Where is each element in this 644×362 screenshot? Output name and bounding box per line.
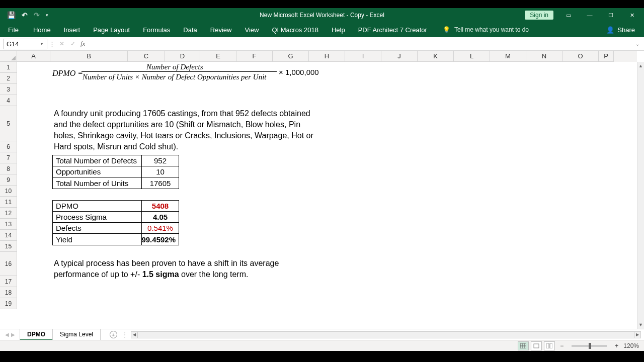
paragraph-1: A foundry unit producing 17605 castings,…: [54, 108, 320, 152]
row-header[interactable]: 13: [0, 219, 17, 230]
tab-formulas[interactable]: Formulas: [136, 22, 177, 37]
row-header[interactable]: 10: [0, 186, 17, 197]
fx-icon[interactable]: fx: [78, 40, 87, 48]
column-header[interactable]: K: [418, 51, 454, 62]
zoom-out-button[interactable]: −: [557, 342, 567, 349]
tab-home[interactable]: Home: [27, 22, 57, 37]
row-header[interactable]: 5: [0, 106, 17, 141]
horizontal-scrollbar[interactable]: [138, 331, 634, 338]
tab-page-layout[interactable]: Page Layout: [87, 22, 136, 37]
zoom-in-button[interactable]: +: [612, 342, 621, 349]
column-header[interactable]: M: [490, 51, 526, 62]
share-icon: 👤: [606, 26, 614, 34]
sign-in-button[interactable]: Sign in: [525, 11, 553, 20]
tab-pdf-architect[interactable]: PDF Architect 7 Creator: [352, 22, 434, 37]
row-header[interactable]: 3: [0, 84, 17, 95]
formula-numerator: Number of Defects: [146, 63, 203, 71]
column-header[interactable]: C: [128, 51, 165, 62]
name-box[interactable]: G14 ▼: [3, 39, 47, 49]
sheet-tab-dpmo[interactable]: DPMO: [20, 329, 53, 340]
chevron-down-icon[interactable]: ▼: [40, 42, 44, 46]
column-header[interactable]: H: [309, 51, 345, 62]
vertical-scrollbar[interactable]: ▲ ▼: [637, 62, 644, 329]
column-header[interactable]: D: [165, 51, 200, 62]
table-cell-defects: 0.541%: [142, 223, 179, 233]
normal-view-button[interactable]: [518, 341, 529, 350]
row-header[interactable]: 16: [0, 252, 17, 276]
close-button[interactable]: ✕: [622, 8, 642, 22]
row-header[interactable]: 15: [0, 241, 17, 252]
paragraph-2: A typical process has been proven to hav…: [54, 258, 318, 280]
table-cell: Yield: [53, 234, 142, 245]
sheet-tab-sigma-level[interactable]: Sigma Level: [52, 329, 101, 340]
row-header[interactable]: 8: [0, 163, 17, 174]
sheet-nav-next-icon[interactable]: ▶: [11, 332, 15, 337]
column-header[interactable]: A: [17, 51, 50, 62]
spreadsheet-grid[interactable]: ABCDEFGHIJKLMNOP 12345678910111213141516…: [0, 51, 644, 329]
svg-rect-6: [550, 343, 552, 348]
fraction-line: [82, 71, 277, 72]
row-header[interactable]: 19: [0, 298, 17, 309]
tab-help[interactable]: Help: [325, 22, 352, 37]
share-button[interactable]: 👤 Share: [606, 26, 644, 34]
scroll-down-icon[interactable]: ▼: [637, 321, 644, 329]
scroll-up-icon[interactable]: ▲: [637, 62, 644, 70]
zoom-slider[interactable]: [572, 345, 607, 347]
row-header[interactable]: 11: [0, 197, 17, 208]
row-header[interactable]: 2: [0, 73, 17, 84]
qat-customize-icon[interactable]: ▾: [46, 13, 48, 18]
ribbon-tabs: File Home Insert Page Layout Formulas Da…: [0, 22, 644, 37]
table-cell: Opportunities: [53, 166, 142, 177]
row-header[interactable]: 12: [0, 208, 17, 219]
row-header[interactable]: 14: [0, 230, 17, 241]
cancel-icon[interactable]: ✕: [56, 40, 67, 47]
row-header[interactable]: 1: [0, 62, 17, 73]
tab-review[interactable]: Review: [204, 22, 238, 37]
tab-qimacros[interactable]: QI Macros 2018: [265, 22, 325, 37]
row-header[interactable]: 9: [0, 174, 17, 186]
column-header[interactable]: E: [200, 51, 236, 62]
new-sheet-button[interactable]: +: [108, 329, 119, 340]
redo-icon[interactable]: ↷: [34, 11, 40, 19]
table-cell-sigma: 4.05: [142, 212, 179, 222]
table-cell: 952: [142, 155, 179, 166]
column-header[interactable]: N: [526, 51, 562, 62]
column-header[interactable]: P: [599, 51, 614, 62]
table-cell: Total Number of Defects: [53, 155, 142, 166]
scroll-right-icon[interactable]: ▶: [634, 331, 641, 338]
ribbon-options-icon[interactable]: ▭: [558, 8, 579, 22]
save-icon[interactable]: 💾: [7, 11, 16, 19]
undo-icon[interactable]: ↶: [22, 11, 28, 19]
page-break-view-button[interactable]: [544, 341, 555, 350]
row-header[interactable]: 7: [0, 152, 17, 163]
column-header[interactable]: I: [345, 51, 381, 62]
minimize-button[interactable]: —: [580, 8, 600, 22]
row-header[interactable]: 4: [0, 95, 17, 106]
maximize-button[interactable]: ☐: [601, 8, 621, 22]
sheet-nav-prev-icon[interactable]: ◀: [5, 332, 9, 337]
column-header[interactable]: J: [381, 51, 418, 62]
row-header[interactable]: 17: [0, 276, 17, 287]
enter-icon[interactable]: ✓: [67, 40, 78, 47]
row-header[interactable]: 6: [0, 141, 17, 152]
column-header[interactable]: B: [50, 51, 128, 62]
tab-file[interactable]: File: [0, 22, 27, 37]
tab-view[interactable]: View: [238, 22, 265, 37]
column-header[interactable]: G: [273, 51, 309, 62]
column-header[interactable]: L: [454, 51, 490, 62]
table-cell: 10: [142, 166, 179, 177]
formula-label: DPMO =: [52, 69, 83, 78]
tab-data[interactable]: Data: [177, 22, 203, 37]
row-header[interactable]: 18: [0, 287, 17, 298]
select-all-button[interactable]: [0, 51, 17, 62]
expand-formula-bar-icon[interactable]: ⌄: [633, 41, 642, 47]
scroll-left-icon[interactable]: ◀: [131, 331, 138, 338]
page-layout-view-button[interactable]: [531, 341, 542, 350]
tab-insert[interactable]: Insert: [57, 22, 87, 37]
column-header[interactable]: F: [236, 51, 273, 62]
zoom-level[interactable]: 120%: [623, 342, 639, 349]
tell-me-search[interactable]: 💡 Tell me what you want to do: [434, 26, 529, 33]
column-header[interactable]: O: [562, 51, 599, 62]
formula-input[interactable]: [87, 39, 633, 49]
svg-rect-4: [534, 344, 539, 348]
